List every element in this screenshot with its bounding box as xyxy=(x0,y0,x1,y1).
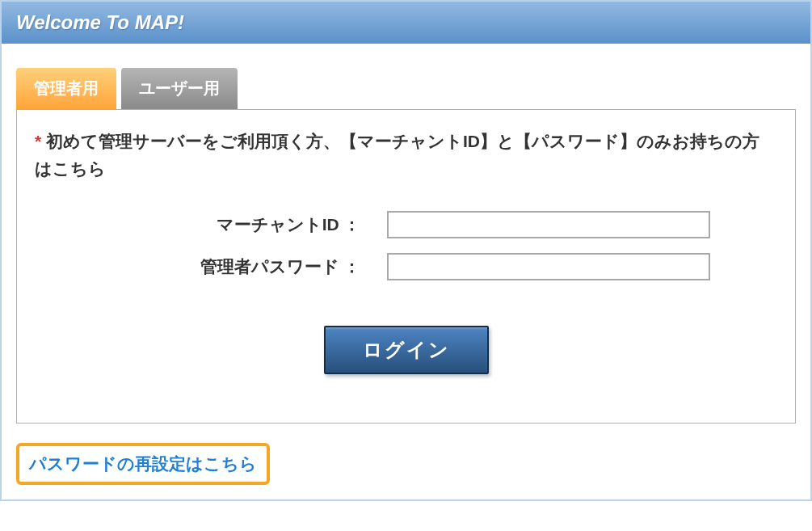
reset-row: パスワードの再設定はこちら xyxy=(16,443,796,485)
merchant-id-input[interactable] xyxy=(387,211,710,238)
page-title: Welcome To MAP! xyxy=(16,11,184,33)
first-time-notice: * 初めて管理サーバーをご利用頂く方、【マーチャントID】と【パスワード】のみお… xyxy=(35,128,777,182)
login-panel: * 初めて管理サーバーをご利用頂く方、【マーチャントID】と【パスワード】のみお… xyxy=(16,109,796,424)
button-row: ログイン xyxy=(35,326,777,374)
header-bar: Welcome To MAP! xyxy=(2,2,810,44)
merchant-id-label: マーチャントID ： xyxy=(103,213,361,236)
password-reset-link[interactable]: パスワードの再設定はこちら xyxy=(29,454,257,473)
admin-password-input[interactable] xyxy=(387,253,710,280)
notice-text: 初めて管理サーバーをご利用頂く方、【マーチャントID】と【パスワード】のみお持ち… xyxy=(35,132,759,178)
login-button[interactable]: ログイン xyxy=(324,326,489,374)
tab-bar: 管理者用 ユーザー用 xyxy=(16,68,796,109)
login-window: Welcome To MAP! 管理者用 ユーザー用 * 初めて管理サーバーをご… xyxy=(0,0,812,501)
reset-link-highlight: パスワードの再設定はこちら xyxy=(16,443,270,485)
admin-password-row: 管理者パスワード ： xyxy=(35,253,777,280)
asterisk-icon: * xyxy=(35,132,41,150)
admin-password-label: 管理者パスワード ： xyxy=(103,255,361,278)
tab-admin[interactable]: 管理者用 xyxy=(16,68,116,109)
content-area: 管理者用 ユーザー用 * 初めて管理サーバーをご利用頂く方、【マーチャントID】… xyxy=(2,44,810,499)
merchant-id-row: マーチャントID ： xyxy=(35,211,777,238)
tab-user[interactable]: ユーザー用 xyxy=(121,68,238,109)
